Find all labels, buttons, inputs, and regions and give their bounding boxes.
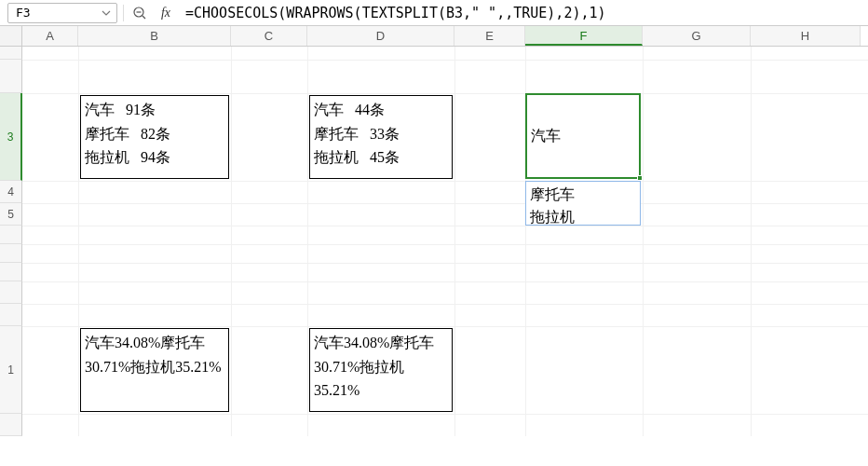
fx-label: fx [161, 6, 170, 21]
cells-area[interactable]: 汽车 91条 摩托车 82条 拖拉机 94条 汽车 44条 摩托车 33条 拖拉… [22, 47, 868, 436]
row-header-12[interactable] [0, 414, 22, 436]
row-header-1[interactable] [0, 47, 22, 60]
name-box-value: F3 [16, 6, 31, 20]
col-header-G[interactable]: G [643, 26, 751, 46]
col-header-B[interactable]: B [78, 26, 231, 46]
col-header-H[interactable]: H [751, 26, 861, 46]
col-header-E[interactable]: E [454, 26, 525, 46]
cell-F4[interactable]: 摩托车 [530, 184, 636, 206]
cell-F5[interactable]: 拖拉机 [530, 206, 636, 228]
spreadsheet-grid: A B C D E F G H 3 4 5 1 [0, 26, 868, 436]
col-header-F[interactable]: F [525, 26, 643, 46]
row-header-2[interactable] [0, 60, 22, 93]
formula-bar: F3 fx [0, 0, 868, 26]
row-header-4[interactable]: 4 [0, 181, 22, 203]
cell-F3-value: 汽车 [531, 127, 561, 146]
column-headers: A B C D E F G H [0, 26, 868, 47]
row-header-3[interactable]: 3 [0, 93, 22, 181]
row-header-11[interactable]: 1 [0, 326, 22, 414]
cell-B11[interactable]: 汽车34.08%摩托车30.71%拖拉机35.21% [80, 328, 229, 412]
chevron-down-icon[interactable] [102, 8, 111, 18]
cell-F3-active[interactable]: 汽车 [525, 93, 641, 179]
row-header-9[interactable] [0, 281, 22, 304]
row-header-8[interactable] [0, 263, 22, 281]
col-header-A[interactable]: A [22, 26, 78, 46]
svg-line-2 [142, 16, 145, 19]
row-header-7[interactable] [0, 244, 22, 263]
cell-B3[interactable]: 汽车 91条 摩托车 82条 拖拉机 94条 [80, 95, 229, 179]
formula-input[interactable] [182, 3, 868, 23]
fx-icon[interactable]: fx [156, 3, 176, 23]
col-header-C[interactable]: C [231, 26, 307, 46]
select-all-corner[interactable] [0, 26, 22, 46]
name-box[interactable]: F3 [7, 3, 117, 23]
row-header-6[interactable] [0, 226, 22, 244]
separator [123, 5, 124, 21]
row-headers: 3 4 5 1 [0, 47, 22, 436]
cell-D3[interactable]: 汽车 44条 摩托车 33条 拖拉机 45条 [309, 95, 453, 179]
spill-range-F4F5[interactable]: 摩托车 拖拉机 [525, 181, 641, 226]
zoom-out-icon[interactable] [129, 3, 150, 23]
col-header-D[interactable]: D [307, 26, 454, 46]
row-header-10[interactable] [0, 304, 22, 326]
cell-D11[interactable]: 汽车34.08%摩托车30.71%拖拉机35.21% [309, 328, 453, 412]
row-header-5[interactable]: 5 [0, 203, 22, 226]
